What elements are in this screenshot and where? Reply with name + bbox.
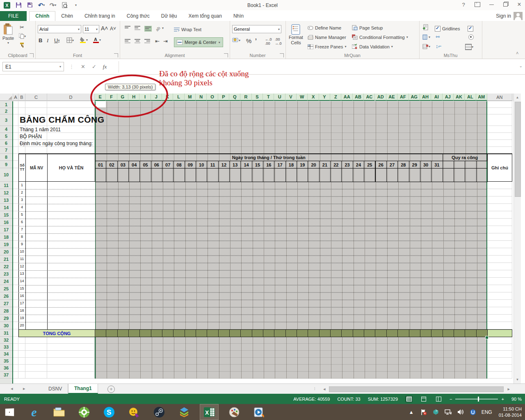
column-header-B[interactable]: B (18, 94, 25, 101)
column-header-N[interactable]: N (196, 94, 207, 101)
column-header-AA[interactable]: AA (341, 94, 352, 101)
collapse-ribbon-icon[interactable]: ˄ (516, 50, 518, 55)
day-column-10[interactable]: 10 (196, 161, 207, 182)
ribbon-tab-file[interactable]: FILE (0, 11, 27, 21)
stt-cell-6[interactable]: 6 (18, 220, 25, 224)
row-header-13[interactable]: 13 (0, 196, 12, 204)
row-height-icon[interactable]: ↕⌐ (436, 43, 441, 49)
row-header-22[interactable]: 22 (0, 263, 12, 270)
column-header-AL[interactable]: AL (465, 94, 476, 101)
row-header-26[interactable]: 26 (0, 292, 12, 300)
day-column-01[interactable]: 01 (95, 161, 106, 182)
formula-bar-expand-icon[interactable]: ⌄ (519, 64, 523, 68)
row-header-27[interactable]: 27 (0, 300, 12, 307)
excel-logo-icon[interactable]: X (3, 2, 11, 9)
font-dialog-launcher[interactable] (114, 53, 118, 57)
redo-icon[interactable]: ↷▾ (49, 2, 57, 9)
taskbar-app-skype[interactable]: S (100, 404, 119, 420)
help-button[interactable]: ? (459, 1, 468, 8)
stt-cell-12[interactable]: 12 (18, 264, 25, 268)
action-center-flag-icon[interactable] (420, 409, 427, 416)
column-header-W[interactable]: W (297, 94, 308, 101)
font-size-combo[interactable]: 11▾ (83, 25, 99, 33)
insert-cells-icon[interactable] (422, 24, 429, 30)
row-header-29[interactable]: 29 (0, 315, 12, 322)
column-header-AB[interactable]: AB (353, 94, 364, 101)
copy-icon[interactable]: ▾ (19, 33, 26, 39)
sign-in[interactable]: Sign in (496, 12, 523, 20)
taskbar-app-bluestacks[interactable] (175, 404, 194, 420)
day-column-17[interactable]: 17 (274, 161, 285, 182)
ribbon-tab-xem-tổng-quan[interactable]: Xem tổng quan (183, 11, 228, 21)
row-header-32[interactable]: 32 (0, 337, 12, 344)
stt-cell-1[interactable]: 1 (18, 183, 25, 187)
wrap-text-button[interactable]: Wrap Text (174, 25, 201, 34)
normal-view-icon[interactable] (405, 396, 413, 402)
zoom-thumb[interactable] (478, 397, 479, 402)
row-header-12[interactable]: 12 (0, 189, 12, 196)
row-header-35[interactable]: 35 (0, 358, 12, 365)
stt-cell-8[interactable]: 8 (18, 235, 25, 239)
day-column-15[interactable]: 15 (252, 161, 263, 182)
percent-style-icon[interactable]: % (246, 37, 251, 44)
ribbon-display-options-button[interactable] (473, 1, 482, 8)
row-header-36[interactable]: 36 (0, 365, 12, 372)
clock[interactable]: 11:50 CH 01-08-2014 (497, 406, 522, 418)
grow-font-icon[interactable]: A˄ (101, 25, 108, 32)
stt-cell-19[interactable]: 19 (18, 316, 25, 320)
start-button[interactable] (0, 404, 19, 420)
bold-icon[interactable]: B (39, 37, 42, 43)
radio-option[interactable] (468, 34, 474, 40)
row-header-14[interactable]: 14 (0, 204, 12, 211)
day-column-16[interactable]: 16 (263, 161, 274, 182)
day-column-08[interactable]: 08 (173, 161, 185, 182)
taskbar-app-media-player[interactable] (250, 404, 269, 420)
middle-align-icon[interactable] (135, 26, 140, 30)
fill-color-icon[interactable]: ▾ (80, 37, 88, 43)
row-header-2[interactable]: 2 (0, 108, 12, 114)
cut-icon[interactable]: ✂ (20, 24, 24, 30)
align-right-icon[interactable] (144, 39, 150, 43)
day-column-09[interactable]: 09 (185, 161, 196, 182)
day-column-04[interactable]: 04 (128, 161, 140, 182)
insert-sheet-columns-icon[interactable]: ▾ (422, 34, 430, 40)
save-as-icon[interactable] (26, 2, 34, 9)
zoom-level[interactable]: 90 % (511, 397, 522, 402)
select-all-corner[interactable] (0, 94, 13, 101)
column-header-AK[interactable]: AK (454, 94, 465, 101)
row-header-30[interactable]: 30 (0, 322, 12, 329)
align-left-icon[interactable] (125, 39, 130, 43)
column-header-AE[interactable]: AE (386, 94, 397, 101)
row-header-20[interactable]: 20 (0, 248, 12, 256)
delete-sheet-rows-icon[interactable]: ▾ (422, 44, 430, 49)
day-column-19[interactable]: 19 (297, 161, 308, 182)
define-name-button[interactable]: Define Name (308, 23, 341, 32)
day-column-26[interactable]: 26 (375, 161, 387, 182)
quy-sub-column-1[interactable] (443, 161, 454, 182)
row-header-1[interactable]: 1 (0, 101, 12, 108)
day-column-14[interactable]: 14 (240, 161, 252, 182)
scroll-right-icon[interactable]: ▸ (507, 386, 510, 392)
taskbar-app-coc-coc[interactable] (75, 404, 94, 420)
increase-indent-icon[interactable]: ⇥ (163, 38, 168, 44)
stt-cell-7[interactable]: 7 (18, 227, 25, 231)
column-header-A[interactable]: A (13, 94, 18, 101)
stt-cell-10[interactable]: 10 (18, 249, 25, 253)
font-color-icon[interactable]: A▾ (93, 37, 101, 43)
paste-button[interactable]: Paste▾ (2, 23, 14, 45)
minimize-button[interactable] (487, 1, 495, 8)
day-column-20[interactable]: 20 (308, 161, 319, 182)
row-header-3[interactable]: 3 (0, 114, 12, 126)
column-header-P[interactable]: P (218, 94, 229, 101)
taskbar-app-internet-explorer[interactable]: e (25, 404, 43, 420)
sheet-tab-dsnv[interactable]: DSNV (43, 384, 68, 394)
zoom-slider[interactable]: − + (450, 397, 504, 402)
top-align-icon[interactable] (125, 26, 130, 30)
align-center-icon[interactable] (135, 39, 140, 43)
stt-cell-15[interactable]: 15 (18, 286, 25, 290)
day-column-22[interactable]: 22 (330, 161, 342, 182)
day-column-27[interactable]: 27 (386, 161, 398, 182)
orientation-icon[interactable]: ab▾ (156, 25, 164, 31)
day-column-30[interactable]: 30 (420, 161, 431, 182)
zoom-out-icon[interactable]: − (450, 397, 452, 402)
